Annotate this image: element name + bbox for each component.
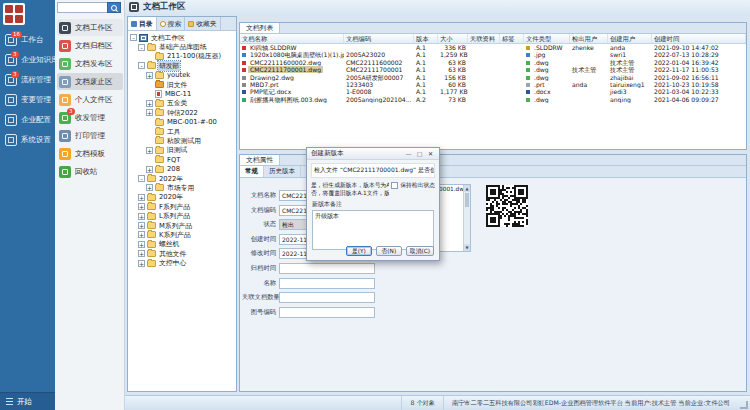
tree-node[interactable]: +M系列产品: [129, 221, 236, 230]
tree-expander-icon[interactable]: -: [138, 44, 145, 51]
tree-node[interactable]: 工具: [129, 127, 236, 136]
table-row[interactable]: CMC22111600002.dwgCMC22111600002A.163 KB…: [240, 59, 746, 66]
attached-file-list[interactable]: 0001.dwg ▲ ▼: [437, 184, 471, 252]
tree-node[interactable]: 粘胶测试用: [129, 136, 236, 145]
tree-expander-icon[interactable]: +: [138, 213, 145, 220]
tree-node[interactable]: 旧文件: [129, 80, 236, 89]
table-row[interactable]: KI四轴.SLDDRWA.1336 KB.SLDDRWzhenkeanda202…: [240, 44, 746, 51]
minimize-icon[interactable]: —: [404, 149, 413, 158]
tree-expander-icon[interactable]: +: [138, 222, 145, 229]
tree-node[interactable]: -2022年: [129, 174, 236, 183]
tree-expander-icon[interactable]: +: [146, 109, 153, 116]
field-input[interactable]: [279, 278, 375, 289]
tree-node[interactable]: -文档工作区: [129, 33, 236, 42]
module-item-doc-archive[interactable]: 文档归档区: [57, 37, 123, 54]
tree-node[interactable]: +youtek: [129, 71, 236, 80]
maximize-icon[interactable]: □: [415, 149, 424, 158]
sidebar-item-enterprise-config[interactable]: 企业配置: [0, 110, 55, 130]
column-header[interactable]: 检出用户: [570, 34, 608, 43]
tree-expander-icon[interactable]: -: [138, 62, 145, 69]
tree-tab-search[interactable]: 搜索: [157, 17, 186, 30]
module-item-send-receive[interactable]: 收发管理3: [57, 109, 123, 126]
sidebar-item-system-settings[interactable]: 系统设置: [0, 130, 55, 150]
tree-expander-icon[interactable]: +: [146, 100, 153, 107]
note-textarea[interactable]: 升级版本: [312, 210, 434, 250]
tree-node[interactable]: +文控中心: [129, 258, 236, 267]
tree-node[interactable]: -研发部: [129, 61, 236, 70]
tree-expander-icon[interactable]: +: [138, 203, 145, 210]
table-row[interactable]: CMC22111700001.dwgCMC22111700001A.163 KB…: [240, 66, 746, 73]
tree-node[interactable]: MBC-001-#-00: [129, 118, 236, 127]
tree-node[interactable]: +其他文件: [129, 249, 236, 258]
field-input[interactable]: [279, 307, 375, 318]
table-row[interactable]: 1920x1080电脑桌面壁纸(1)(1).jpg2005A23020A.11,…: [240, 51, 746, 58]
no-button[interactable]: 否(N): [376, 246, 402, 256]
module-item-doc-abolish[interactable]: 文档废止区: [57, 73, 123, 90]
sidebar-item-knowledge-base[interactable]: 企业知识库3: [0, 50, 55, 70]
tree-expander-icon[interactable]: +: [146, 166, 153, 173]
module-item-doc-template[interactable]: 文档模板: [57, 145, 123, 162]
scroll-up-icon[interactable]: ▲: [464, 185, 470, 192]
column-header[interactable]: 文档名称: [240, 34, 344, 43]
resize-grip[interactable]: [740, 401, 748, 409]
column-header[interactable]: 文档编码: [344, 34, 414, 43]
column-header[interactable]: 大小: [438, 34, 468, 43]
tree-expander-icon[interactable]: +: [138, 241, 145, 248]
tree-expander-icon[interactable]: +: [138, 231, 145, 238]
tree-node[interactable]: -基础产品库图纸: [129, 42, 236, 51]
tree-node[interactable]: FQT: [129, 155, 236, 164]
tree-expander-icon[interactable]: -: [138, 175, 145, 182]
tree-expander-icon[interactable]: +: [146, 147, 153, 154]
field-input[interactable]: [279, 263, 375, 274]
column-header[interactable]: 版本: [414, 34, 438, 43]
column-header[interactable]: 创建时间: [652, 34, 746, 43]
properties-tab[interactable]: 文档属性: [240, 155, 280, 165]
tree-expander-icon[interactable]: -: [130, 34, 137, 41]
column-header[interactable]: 标签: [500, 34, 524, 43]
tree-expander-icon[interactable]: +: [138, 250, 145, 257]
tree-node[interactable]: +旧测试: [129, 146, 236, 155]
search-input[interactable]: [57, 2, 107, 13]
sidebar-item-workbench[interactable]: 工作台16: [0, 30, 55, 50]
column-header[interactable]: 创建用户: [608, 34, 652, 43]
sidebar-item-change-mgmt[interactable]: 变更管理: [0, 90, 55, 110]
module-item-recycle-bin[interactable]: 回收站: [57, 163, 123, 180]
field-input[interactable]: [279, 292, 375, 303]
table-row[interactable]: MBD7.prt1233403A.160 KB.prtandatairuixen…: [240, 81, 746, 88]
tree-node[interactable]: +钟信2022: [129, 108, 236, 117]
tree-node[interactable]: +L系列产品: [129, 211, 236, 220]
dialog-titlebar[interactable]: 创建新版本 — □ ✕: [307, 148, 439, 160]
tree-node[interactable]: +K系列产品: [129, 230, 236, 239]
module-item-doc-workspace[interactable]: 文档工作区: [57, 19, 123, 36]
cancel-button[interactable]: 取消(C): [406, 246, 434, 256]
tree-tab-favorites[interactable]: 收藏夹: [185, 17, 220, 30]
tree-node[interactable]: +F系列产品: [129, 202, 236, 211]
close-icon[interactable]: ✕: [426, 149, 435, 158]
tree-node[interactable]: +2020年: [129, 193, 236, 202]
tree-node[interactable]: +螺丝机: [129, 240, 236, 249]
table-row[interactable]: 刮擦播具物料图纸.003.dwg2005anqing202104...A.273…: [240, 96, 746, 103]
tree-tab-catalog[interactable]: 目录: [128, 17, 157, 30]
tree-expander-icon[interactable]: +: [138, 194, 145, 201]
scroll-down-icon[interactable]: ▼: [464, 244, 470, 251]
table-row[interactable]: Drawing2.dwg2005A研发部00007A.1156 KB.dwgzh…: [240, 74, 746, 81]
column-header[interactable]: 关联资料: [468, 34, 500, 43]
tree-expander-icon[interactable]: +: [146, 72, 153, 79]
yes-button[interactable]: 是(Y): [346, 246, 372, 256]
document-list-tab[interactable]: 文档列表: [240, 23, 280, 33]
properties-tab-常规[interactable]: 常规: [240, 166, 264, 177]
tree-node[interactable]: 211-100(稳压器): [129, 52, 236, 61]
column-header[interactable]: 文件类型: [524, 34, 570, 43]
module-item-print-mgmt[interactable]: 打印管理: [57, 127, 123, 144]
start-button[interactable]: 开始: [0, 392, 55, 410]
module-item-personal-files[interactable]: 个人文件区: [57, 91, 123, 108]
properties-tab-历史版本[interactable]: 历史版本: [264, 166, 301, 177]
tree-expander-icon[interactable]: +: [146, 184, 153, 191]
tree-node[interactable]: +市场专用: [129, 183, 236, 192]
tree-node[interactable]: +五金类: [129, 99, 236, 108]
keep-checkout-checkbox[interactable]: 保持检出状态: [391, 181, 435, 189]
module-item-doc-publish[interactable]: 文档发布区: [57, 55, 123, 72]
tree-expander-icon[interactable]: +: [138, 260, 145, 267]
listbox-scrollbar[interactable]: ▲ ▼: [463, 185, 470, 251]
table-row[interactable]: PMP笔记.docx1-E0008A.11,177 KB.docxjiedi32…: [240, 88, 746, 95]
